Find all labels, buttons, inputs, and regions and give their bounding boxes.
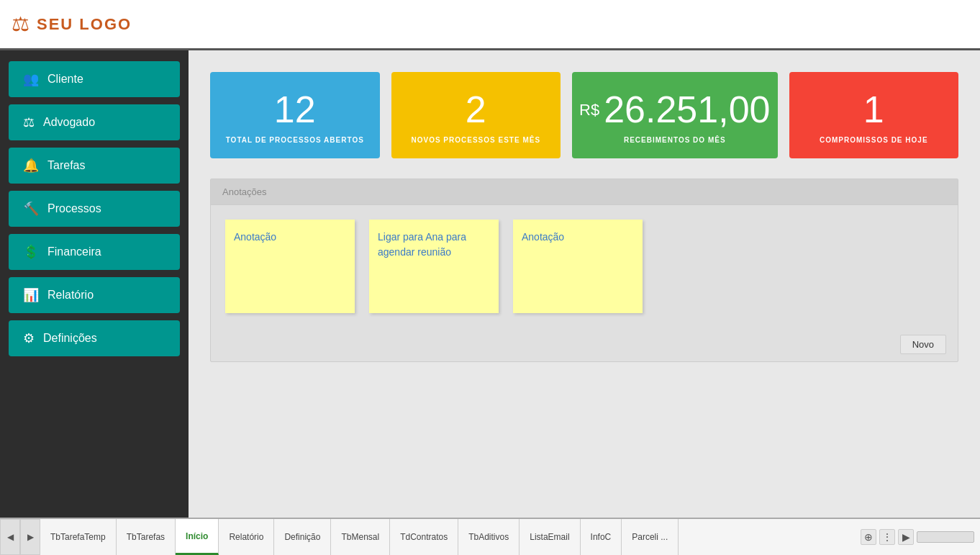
sidebar-label-advogado: Advogado [43, 116, 95, 129]
tab-listaEmail[interactable]: ListaEmail [520, 519, 580, 555]
sidebar-item-relatorio[interactable]: 📊 Relatório [9, 277, 180, 313]
sidebar-label-tarefas: Tarefas [47, 159, 85, 172]
stat-card-novos-processos: 2 NOVOS PROCESSOS ESTE MÊS [391, 72, 561, 158]
tab-definicao[interactable]: Definição [274, 519, 331, 555]
sidebar-item-financeira[interactable]: 💲 Financeira [9, 234, 180, 270]
stat-card-recebimentos: R$ 26.251,00 RECEBIMENTOS DO MÊS [572, 72, 777, 158]
scale-icon: ⚖ [23, 114, 35, 130]
tabs-right-controls: ⊕ ⋮ ▶ [855, 519, 980, 555]
clients-icon: 👥 [23, 71, 39, 87]
sidebar-item-definicoes[interactable]: ⚙ Definições [9, 320, 180, 356]
note-text-3: Anotação [522, 230, 634, 245]
more-tabs-button[interactable]: ⋮ [879, 529, 895, 545]
tabs-bar: ◀ ▶ TbTarefaTemp TbTarefas Início Relató… [0, 518, 980, 555]
tab-tbTarefaTemp[interactable]: TbTarefaTemp [40, 519, 117, 555]
new-note-button[interactable]: Novo [900, 335, 946, 354]
stat-number-novos: 2 [466, 89, 486, 130]
sidebar-item-advogado[interactable]: ⚖ Advogado [9, 104, 180, 140]
stat-card-compromissos: 1 COMPROMISSOS DE HOJE [789, 72, 959, 158]
sidebar-label-processos: Processos [47, 202, 101, 215]
header: ⚖ SEU LOGO [0, 0, 980, 50]
logo-text: SEU LOGO [37, 15, 132, 34]
bell-icon: 🔔 [23, 158, 39, 173]
sidebar: 👥 Cliente ⚖ Advogado 🔔 Tarefas 🔨 Process… [0, 50, 189, 518]
gavel-icon: 🔨 [23, 201, 39, 217]
sidebar-label-financeira: Financeira [47, 245, 101, 258]
sidebar-item-cliente[interactable]: 👥 Cliente [9, 61, 180, 97]
note-card-2[interactable]: Ligar para Ana para agendar reunião [369, 220, 499, 313]
stat-number-compromissos: 1 [863, 89, 884, 130]
dollar-icon: 💲 [23, 244, 39, 260]
tab-nav-next[interactable]: ▶ [20, 519, 40, 555]
tab-parceli[interactable]: Parceli ... [622, 519, 679, 555]
add-tab-button[interactable]: ⊕ [861, 529, 876, 545]
sidebar-label-cliente: Cliente [47, 73, 83, 86]
stat-number-recebimentos: 26.251,00 [604, 89, 770, 130]
note-card-3[interactable]: Anotação [513, 220, 643, 313]
stat-card-total-processos: 12 TOTAL DE PROCESSOS ABERTOS [210, 72, 380, 158]
tab-relatorio[interactable]: Relatório [219, 519, 274, 555]
sidebar-label-relatorio: Relatório [47, 289, 94, 302]
sidebar-label-definicoes: Definições [43, 332, 97, 345]
note-card-1[interactable]: Anotação [225, 220, 355, 313]
main-content: 12 TOTAL DE PROCESSOS ABERTOS 2 NOVOS PR… [189, 50, 980, 518]
notes-header: Anotações [211, 179, 958, 205]
tab-infoC[interactable]: InfoC [581, 519, 622, 555]
tab-inicio[interactable]: Início [176, 519, 219, 555]
notes-footer: Novo [211, 328, 958, 361]
stat-label-total: TOTAL DE PROCESSOS ABERTOS [226, 136, 364, 144]
stat-label-compromissos: COMPROMISSOS DE HOJE [820, 136, 928, 144]
stats-row: 12 TOTAL DE PROCESSOS ABERTOS 2 NOVOS PR… [210, 72, 958, 158]
chart-icon: 📊 [23, 287, 39, 303]
notes-panel: Anotações Anotação Ligar para Ana para a… [210, 179, 958, 362]
note-text-1: Anotação [234, 230, 346, 245]
sidebar-item-processos[interactable]: 🔨 Processos [9, 191, 180, 227]
tab-tbAditivos[interactable]: TbAditivos [458, 519, 520, 555]
tab-scrollbar[interactable] [917, 531, 974, 543]
notes-header-label: Anotações [222, 186, 266, 197]
scroll-tabs-right[interactable]: ▶ [898, 529, 914, 545]
notes-body: Anotação Ligar para Ana para agendar reu… [211, 205, 958, 328]
tab-nav-prev[interactable]: ◀ [0, 519, 20, 555]
stat-number-total: 12 [274, 89, 316, 130]
note-text-2: Ligar para Ana para agendar reunião [378, 230, 490, 260]
stat-currency-recebimentos: R$ [579, 101, 599, 119]
stat-number-row-recebimentos: R$ 26.251,00 [579, 89, 770, 130]
stat-label-recebimentos: RECEBIMENTOS DO MÊS [624, 136, 726, 144]
stat-label-novos: NOVOS PROCESSOS ESTE MÊS [411, 136, 540, 144]
tabs-list: TbTarefaTemp TbTarefas Início Relatório … [40, 519, 855, 555]
logo-icon: ⚖ [12, 12, 30, 36]
main-layout: 👥 Cliente ⚖ Advogado 🔔 Tarefas 🔨 Process… [0, 50, 980, 518]
tab-tbTarefas[interactable]: TbTarefas [117, 519, 176, 555]
tab-tbMensal[interactable]: TbMensal [331, 519, 390, 555]
sidebar-item-tarefas[interactable]: 🔔 Tarefas [9, 148, 180, 184]
tab-tdContratos[interactable]: TdContratos [390, 519, 458, 555]
gear-icon: ⚙ [23, 330, 35, 346]
